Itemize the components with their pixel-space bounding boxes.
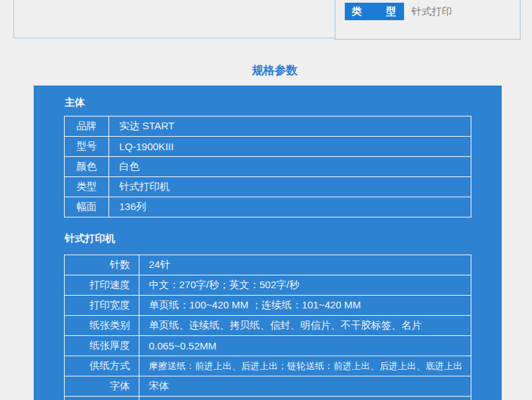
table-row: 型号 LQ-1900KIII — [65, 137, 471, 157]
row-value: 单页纸：100~420 MM ；连续纸：101~420 MM — [139, 296, 471, 315]
row-label: 类型 — [65, 177, 109, 197]
table-row: 打印宽度 单页纸：100~420 MM ；连续纸：101~420 MM — [65, 296, 471, 316]
table-row: 字体 宋体 — [65, 376, 471, 397]
printer-spec-table: 针数 24针 打印速度 中文：270字/秒；英文：502字/秒 打印宽度 单页纸… — [64, 255, 471, 400]
row-value: 实达 START — [109, 116, 471, 136]
row-label: 字体 — [65, 376, 139, 396]
row-value: 0.065~0.52MM — [139, 336, 471, 356]
row-label: 打印速度 — [65, 275, 139, 295]
row-label: 颜色 — [65, 157, 109, 176]
table-row-clipped: 复写能力 1份原件+6份拷贝 — [65, 397, 471, 400]
row-label: 针数 — [65, 255, 139, 275]
table-row: 供纸方式 摩擦送纸：前进上出、后进上出；链轮送纸：前进上出、后进上出、底进上出 — [65, 356, 471, 376]
table-row: 品牌 实达 START — [65, 116, 471, 137]
row-label: 幅面 — [65, 197, 109, 217]
row-label: 品牌 — [65, 116, 109, 136]
type-label-badge: 类 型 — [345, 3, 404, 20]
row-value: 1份原件+6份拷贝 — [139, 397, 471, 400]
type-value-text: 针式打印 — [411, 3, 452, 20]
row-value: 宋体 — [139, 376, 471, 396]
main-spec-table: 品牌 实达 START 型号 LQ-1900KIII 颜色 白色 类型 针式打印… — [64, 116, 471, 218]
row-value: 针式打印机 — [109, 177, 471, 197]
page-title: 规格参数 — [0, 63, 532, 78]
row-value: 136列 — [109, 197, 471, 217]
table-row: 针数 24针 — [65, 255, 471, 275]
row-value: 24针 — [139, 255, 471, 275]
row-label: 复写能力 — [65, 397, 139, 400]
table-row: 打印速度 中文：270字/秒；英文：502字/秒 — [65, 275, 471, 296]
top-spec-box-left — [13, 0, 335, 38]
row-label: 供纸方式 — [65, 356, 139, 376]
row-value: 摩擦送纸：前进上出、后进上出；链轮送纸：前进上出、后进上出、底进上出 — [139, 356, 471, 376]
table-row: 类型 针式打印机 — [65, 177, 471, 197]
section-title-printer: 针式打印机 — [65, 232, 115, 245]
row-label: 纸张厚度 — [65, 336, 139, 356]
section-title-main: 主体 — [65, 96, 85, 109]
row-label: 纸张类别 — [65, 316, 139, 335]
row-label: 打印宽度 — [65, 296, 139, 315]
table-row: 纸张类别 单页纸、连续纸、拷贝纸、信封、明信片、不干胶标签、名片 — [65, 316, 471, 336]
table-row: 纸张厚度 0.065~0.52MM — [65, 336, 471, 356]
spec-panel: 主体 品牌 实达 START 型号 LQ-1900KIII 颜色 白色 类型 针… — [34, 86, 502, 400]
row-label: 型号 — [65, 137, 109, 156]
table-row: 幅面 136列 — [65, 197, 471, 217]
row-value: 单页纸、连续纸、拷贝纸、信封、明信片、不干胶标签、名片 — [139, 316, 471, 335]
table-row: 颜色 白色 — [65, 157, 471, 177]
row-value: LQ-1900KIII — [109, 137, 471, 156]
top-spec-box-right: 类 型 针式打印 — [335, 0, 521, 40]
row-value: 中文：270字/秒；英文：502字/秒 — [139, 275, 471, 295]
row-value: 白色 — [109, 157, 471, 176]
